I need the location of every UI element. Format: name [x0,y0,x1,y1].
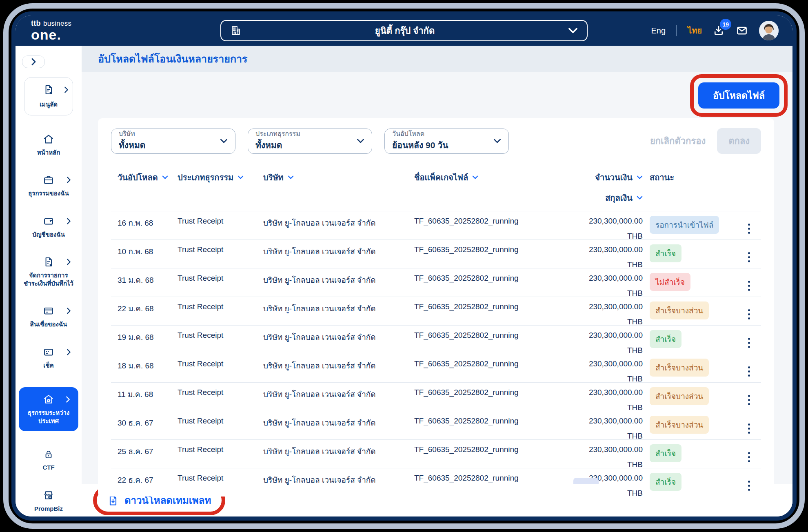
row-actions-menu-button[interactable] [744,449,754,466]
upload-file-button[interactable]: อัปโหลดไฟล์ [698,82,779,109]
filter-upload-date-dropdown[interactable]: วันอัปโหลด ย้อนหลัง 90 วัน [384,129,509,154]
sidebar-item-label: เช็ค [43,361,53,370]
column-header-upload-date[interactable]: วันอัปโหลด [111,171,178,184]
cell-company: บริษัท ยู-โกลบอล เวนเจอร์ส จำกัด [263,302,414,315]
row-actions-menu-button[interactable] [744,477,754,494]
cell-transaction-type: Trust Receipt [178,302,263,311]
cell-amount: 230,300,000.00THB [565,331,643,355]
cell-transaction-type: Trust Receipt [178,388,263,397]
row-actions-menu-button[interactable] [744,420,754,437]
column-header-company[interactable]: บริษัท [263,171,414,184]
sidebar-item-my-accounts[interactable]: บัญชีของฉัน [20,215,78,239]
status-badge: สำเร็จบางส่วน [650,301,709,319]
column-header-package-name[interactable]: ชื่อแพ็คเกจไฟล์ [414,171,565,184]
cell-package-name: TF_60635_20252802_running [414,445,565,454]
sidebar-item-my-loans[interactable]: สินเชื่อของฉัน [20,305,78,328]
download-center-button[interactable]: 19 [713,24,725,37]
logo-brand-bold: ttb [31,19,41,27]
status-badge: สำเร็จ [650,444,681,462]
sidebar-item-label: เมนูลัด [28,100,69,109]
home-sync-icon [43,394,54,405]
cell-transaction-type: Trust Receipt [178,417,263,426]
filter-label: บริษัท [119,130,220,137]
cell-package-name: TF_60635_20252802_running [414,359,565,368]
sidebar-item-international-transactions[interactable]: ธุรกรรมระหว่างประเทศ [19,387,78,431]
chevron-down-icon [220,139,228,144]
chevron-right-icon [67,259,71,266]
chevron-right-icon [67,308,71,315]
divider [676,25,677,36]
cell-company: บริษัท ยู-โกลบอล เวนเจอร์ส จำกัด [263,217,414,229]
cell-upload-date: 25 ธ.ค. 67 [111,445,178,457]
row-actions-menu-button[interactable] [744,363,754,380]
cell-status: สำเร็จ [643,473,737,491]
content-panel: อัปโหลดไฟล์ บริษัท ทั้งหมด [82,72,792,484]
cell-company: บริษัท ยู-โกลบอล เวนเจอร์ส จำกัด [263,274,414,286]
sidebar-item-my-transactions[interactable]: ธุรกรรมของฉัน [20,174,78,197]
user-avatar[interactable] [759,21,779,40]
status-badge: รอการนำเข้าไฟล์ [650,216,719,234]
sidebar-item-prompbiz[interactable]: PrompBiz [20,490,78,513]
sidebar-item-home[interactable]: หน้าหลัก [20,133,78,157]
sort-icon [637,175,643,180]
cell-status: สำเร็จบางส่วน [643,416,737,434]
row-actions-menu-button[interactable] [744,392,754,408]
cell-upload-date: 16 ก.พ. 68 [111,217,178,229]
cell-transaction-type: Trust Receipt [178,274,263,283]
table-card: บริษัท ทั้งหมด ประเภทธุรกรรม [98,118,774,497]
cell-upload-date: 18 ม.ค. 68 [111,359,178,372]
chevron-down-icon [357,139,364,144]
table-header: วันอัปโหลด ประเภทธุรกรรม บริษัท [111,171,761,211]
row-actions-menu-button[interactable] [744,306,754,323]
cell-package-name: TF_60635_20252802_running [414,417,565,426]
filter-transaction-type-dropdown[interactable]: ประเภทธุรกรรม ทั้งหมด [248,129,372,154]
chevron-right-icon [67,177,71,184]
cell-company: บริษัท ยู-โกลบอล เวนเจอร์ส จำกัด [263,417,414,429]
chevron-right-icon [66,396,70,403]
ttb-business-one-logo: ttbbusiness one. [31,20,71,42]
row-actions-menu-button[interactable] [744,220,754,237]
cell-package-name: TF_60635_20252802_running [414,274,565,283]
column-header-amount[interactable]: จำนวนเงิน [595,171,643,184]
cell-upload-date: 19 ม.ค. 68 [111,331,178,343]
status-badge: ไม่สำเร็จ [650,273,690,291]
sidebar-item-shortcut-menu[interactable]: เมนูลัด [24,77,73,115]
company-selector[interactable]: ยูนิตี้ กรุ๊ป จำกัด [220,20,588,41]
table-row: 25 ธ.ค. 67 Trust Receipt บริษัท ยู-โกลบอ… [111,439,761,468]
sidebar-item-ctf[interactable]: CTF [20,449,78,472]
clear-filters-button[interactable]: ยกเลิกตัวกรอง [650,134,706,148]
sidebar-item-label: สินเชื่อของฉัน [30,320,67,328]
apply-filters-button[interactable]: ตกลง [717,128,761,154]
sidebar-item-label: ธุรกรรมของฉัน [28,189,69,197]
sort-icon [637,196,643,200]
cell-amount: 230,300,000.00THB [565,474,643,498]
pagination-partial[interactable] [573,478,599,484]
top-bar: ttbbusiness one. ยูนิตี้ กรุ๊ป จำกัด [16,16,792,46]
language-toggle-eng[interactable]: Eng [651,26,666,35]
table-row: 31 ม.ค. 68 Trust Receipt บริษัท ยู-โกลบอ… [111,268,761,297]
table-row: 11 ม.ค. 68 Trust Receipt บริษัท ยู-โกลบอ… [111,382,761,411]
column-header-currency[interactable]: สกุลเงิน [605,191,643,204]
cell-amount: 230,300,000.00THB [565,445,643,469]
row-actions-menu-button[interactable] [744,277,754,294]
table-row: 10 ก.พ. 68 Trust Receipt บริษัท ยู-โกลบอ… [111,239,761,268]
mail-button[interactable] [735,24,748,37]
status-badge: สำเร็จ [650,473,681,491]
app-window: ttbbusiness one. ยูนิตี้ กรุ๊ป จำกัด [11,11,797,521]
column-header-transaction-type[interactable]: ประเภทธุรกรรม [178,171,263,184]
wallet-icon [43,215,54,227]
column-header-status: สถานะ [643,171,737,184]
row-actions-menu-button[interactable] [744,249,754,266]
sidebar-expand-button[interactable] [22,55,45,68]
filter-company-dropdown[interactable]: บริษัท ทั้งหมด [111,129,235,154]
filter-value: ทั้งหมด [119,138,220,152]
cell-package-name: TF_60635_20252802_running [414,302,565,311]
sidebar-item-cheque[interactable]: เช็ค [20,346,78,370]
sidebar-item-saved-payments[interactable]: จัดการรายการชำระเงินที่บันทึกไว้ [20,256,78,287]
filter-label: วันอัปโหลด [392,130,493,137]
cell-amount: 230,300,000.00THB [565,302,643,326]
row-actions-menu-button[interactable] [744,335,754,351]
language-toggle-thai[interactable]: ไทย [688,24,702,37]
status-badge: สำเร็จบางส่วน [650,416,709,434]
cell-upload-date: 22 ม.ค. 68 [111,302,178,315]
